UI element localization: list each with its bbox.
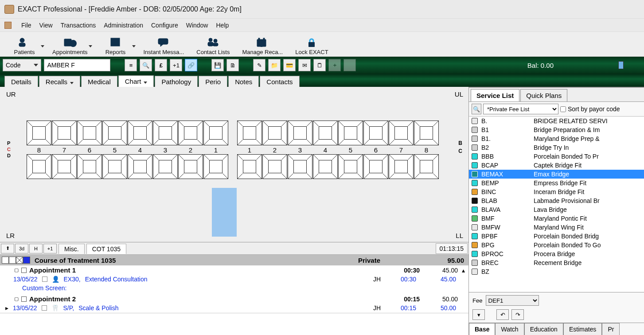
fee-schedule-select[interactable]: DEF1 xyxy=(486,295,539,306)
patient-search-input[interactable] xyxy=(44,59,110,71)
tab-quick-plans[interactable]: Quick Plans xyxy=(520,89,567,101)
tooth[interactable] xyxy=(237,154,262,179)
nav-plus1-button[interactable]: +1 xyxy=(43,244,57,253)
tooth[interactable] xyxy=(389,121,414,145)
nav-3d-button[interactable]: 3d xyxy=(15,244,28,253)
tooth[interactable] xyxy=(178,121,203,145)
service-row[interactable]: BREC Recement Bridge xyxy=(469,258,644,267)
nav-down-button[interactable]: ▾ xyxy=(472,309,485,320)
tab-misc[interactable]: Misc. xyxy=(59,244,85,254)
tooth[interactable] xyxy=(128,154,152,179)
tab-education[interactable]: Education xyxy=(524,323,563,335)
tab-estimates[interactable]: Estimates xyxy=(563,323,602,335)
tooth[interactable] xyxy=(102,154,127,179)
tab-watch[interactable]: Watch xyxy=(495,323,524,335)
treatment-list[interactable]: ▢ Appointment 1 00:30 45.00 ▴ 13/05/22 👤… xyxy=(0,265,468,335)
tab-perio[interactable]: Perio xyxy=(199,76,227,87)
tooth[interactable] xyxy=(363,121,388,145)
chip-1[interactable] xyxy=(2,257,9,264)
sort-by-payor-checkbox[interactable] xyxy=(560,106,566,112)
tooth[interactable] xyxy=(77,121,102,145)
chip-3[interactable] xyxy=(16,257,23,264)
tooth[interactable] xyxy=(389,154,414,179)
search-icon[interactable]: 🔍 xyxy=(472,104,481,114)
tab-medical[interactable]: Medical xyxy=(81,76,117,87)
service-row[interactable]: BINC Inceram Bridge Fit xyxy=(469,187,644,196)
tooth[interactable] xyxy=(414,154,439,179)
toolbar-reports[interactable]: Reports xyxy=(100,37,131,55)
tab-pathology[interactable]: Pathology xyxy=(155,76,198,87)
toolbar-manage-recalls[interactable]: Manage Reca... xyxy=(242,37,283,55)
service-row[interactable]: BMF Maryland Pontic Fit xyxy=(469,214,644,223)
chip-4[interactable] xyxy=(23,257,30,264)
toolbar-appointments[interactable]: Appointments xyxy=(52,37,88,55)
folder-button[interactable]: 📁 xyxy=(268,59,281,71)
tooth[interactable] xyxy=(262,154,287,179)
edit-button[interactable]: ✎ xyxy=(253,59,265,71)
tooth[interactable] xyxy=(313,121,338,145)
tooth[interactable] xyxy=(288,154,312,179)
menu-file[interactable]: File xyxy=(21,22,31,29)
tooth[interactable] xyxy=(313,154,338,179)
tab-recalls[interactable]: Recalls xyxy=(39,76,80,87)
chip-2[interactable] xyxy=(9,257,16,264)
service-row[interactable]: BZ xyxy=(469,267,644,276)
service-row[interactable]: BPG Porcelain Bonded To Go xyxy=(469,241,644,249)
note-button[interactable]: 🗒 xyxy=(313,59,326,71)
tooth[interactable] xyxy=(363,154,388,179)
service-row[interactable]: BMFW Maryland Wing Fit xyxy=(469,223,644,232)
service-row[interactable]: B. BRIDGE RELATED SERVI xyxy=(469,117,644,125)
toolbar-lock-exact[interactable]: Lock EXACT xyxy=(295,37,328,55)
menu-configure[interactable]: Configure xyxy=(151,22,178,29)
tooth[interactable] xyxy=(128,121,152,145)
plus-one-button[interactable]: +1 xyxy=(170,59,182,71)
tooth[interactable] xyxy=(262,121,287,145)
tab-chart[interactable]: Chart xyxy=(118,75,154,87)
service-row[interactable]: BLAVA Lava Bridge xyxy=(469,205,644,214)
menu-help[interactable]: Help xyxy=(216,22,229,29)
tooth[interactable] xyxy=(203,121,228,145)
code-selector[interactable]: Code xyxy=(3,59,41,71)
tooth[interactable] xyxy=(338,154,363,179)
checkbox[interactable] xyxy=(42,305,47,311)
tooth[interactable] xyxy=(237,121,262,145)
service-row[interactable]: BCAP Captek Bridge Fit xyxy=(469,161,644,170)
tooth[interactable] xyxy=(288,121,312,145)
search-button[interactable]: 🔍 xyxy=(140,59,152,71)
service-row[interactable]: B1 Bridge Preparation & Im xyxy=(469,125,644,134)
service-row[interactable]: BBB Porcelain Bonded To Pr xyxy=(469,152,644,161)
nav-h-button[interactable]: H xyxy=(29,244,43,253)
service-row[interactable]: BPROC Procera Bridge xyxy=(469,249,644,258)
tab-cot[interactable]: COT 1035 xyxy=(86,244,126,254)
treatment-line-2[interactable]: ▸ 13/05/22 🦷 S/P, Scale & Polish JH 00:1… xyxy=(0,304,468,313)
service-row[interactable]: B1. Maryland Bridge Prep & xyxy=(469,134,644,143)
service-row[interactable]: B2 Bridge Try In xyxy=(469,143,644,152)
tab-notes[interactable]: Notes xyxy=(228,76,259,87)
nav-refresh-cw-button[interactable]: ↷ xyxy=(511,309,524,320)
tooth[interactable] xyxy=(27,121,51,145)
menu-view[interactable]: View xyxy=(39,22,53,29)
mail-button[interactable]: ✉ xyxy=(298,59,311,71)
toolbar-instant-messages[interactable]: Instant Messa... xyxy=(144,37,184,55)
tooth[interactable] xyxy=(153,154,178,179)
save-button[interactable]: 💾 xyxy=(211,59,224,71)
document-button[interactable]: 🗎 xyxy=(226,59,239,71)
service-row[interactable]: BEMP Empress Bridge Fit xyxy=(469,179,644,187)
checkbox[interactable] xyxy=(42,277,47,282)
list-button[interactable]: ≡ xyxy=(125,59,137,71)
card-button[interactable]: 💳 xyxy=(283,59,296,71)
tab-base[interactable]: Base xyxy=(469,323,495,335)
link-button[interactable]: 🔗 xyxy=(185,59,197,71)
dental-chart[interactable]: UR UL LR LL PCD BC 8765432112345678 xyxy=(0,87,468,242)
tab-pr[interactable]: Pr xyxy=(602,323,620,335)
tooth[interactable] xyxy=(52,121,77,145)
tooth[interactable] xyxy=(27,154,51,179)
tooth[interactable] xyxy=(178,154,203,179)
tooth[interactable] xyxy=(102,121,127,145)
flag-icon[interactable] xyxy=(618,61,624,69)
nav-up-button[interactable]: ⬆ xyxy=(1,244,14,253)
service-row[interactable]: BPBF Porcelain Bonded Bridg xyxy=(469,232,644,241)
service-row[interactable]: BEMAX Emax Bridge xyxy=(469,170,644,179)
tooth[interactable] xyxy=(153,121,178,145)
tooth[interactable] xyxy=(52,154,77,179)
